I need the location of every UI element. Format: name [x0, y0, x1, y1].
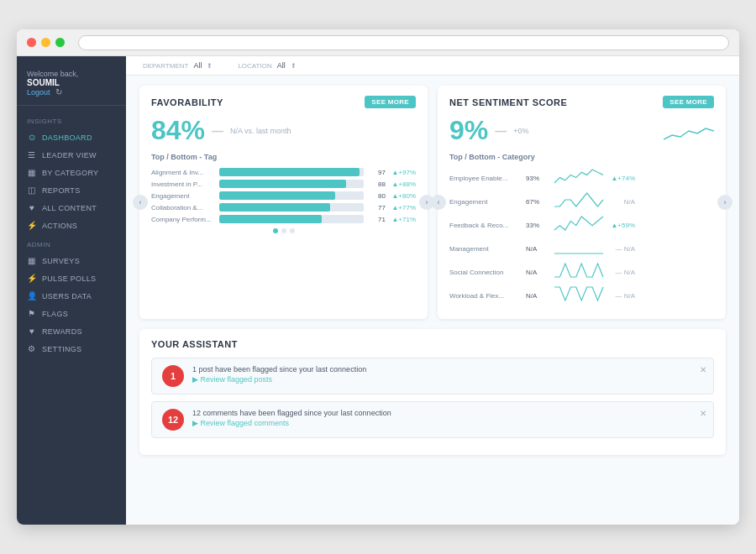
location-filter[interactable]: LOCATION All ⬆: [238, 61, 296, 70]
bar-trend: ▲+77%: [391, 204, 416, 212]
actions-icon: ⚡: [27, 221, 37, 230]
bar-fill: [219, 168, 360, 176]
browser-chrome: [17, 29, 739, 56]
assistant-content-1: 1 post have been flagged since your last…: [192, 365, 366, 384]
bar-fill: [219, 203, 330, 212]
sidebar-item-leader-view[interactable]: ☰ LEADER VIEW: [17, 146, 126, 164]
cat-trend-na: — N/A: [610, 292, 635, 300]
close-assistant-2[interactable]: ✕: [700, 409, 706, 418]
main-content: DEPARTMENT All ⬆ LOCATION All ⬆ FAVORABI: [126, 56, 739, 525]
review-posts-link[interactable]: ▶ Review flagged posts: [192, 375, 366, 384]
net-sentiment-percent: 9%: [449, 115, 488, 146]
sidebar-item-all-content[interactable]: ♥ ALL CONTENT: [17, 199, 126, 217]
by-category-icon: ▦: [27, 168, 37, 177]
dot-yellow[interactable]: [41, 38, 50, 47]
bar-label: Alignment & Inv...: [151, 169, 214, 176]
cat-label: Feedback & Reco...: [449, 222, 521, 229]
net-sentiment-title: NET SENTIMENT SCORE: [449, 97, 567, 107]
favorability-card: FAVORABILITY SEE MORE 84% — N/A vs. last…: [139, 86, 428, 319]
bar-value: 77: [369, 204, 386, 212]
bar-label: Collaboration &...: [151, 204, 214, 212]
sidebar-pulsepolls-label: PULSE POLLS: [42, 274, 96, 283]
sidebar-item-rewards[interactable]: ♥ REWARDS: [17, 322, 126, 340]
sidebar-item-settings[interactable]: ⚙ SETTINGS: [17, 340, 126, 358]
top-bar: DEPARTMENT All ⬆ LOCATION All ⬆: [126, 56, 739, 76]
cat-row: Social Connection N/A — N/A: [449, 262, 714, 282]
department-arrow: ⬆: [207, 62, 213, 70]
bar-row: Company Perform... 71 ▲+71%: [151, 215, 416, 223]
dot-inactive-1: [281, 228, 286, 233]
sidebar-dashboard-label: DASHBOARD: [42, 133, 92, 142]
bar-row: Collaboration &... 77 ▲+77%: [151, 203, 416, 212]
sidebar-item-surveys[interactable]: ▦ SURVEYS: [17, 252, 126, 269]
cat-value: N/A: [526, 245, 549, 253]
dot-red[interactable]: [27, 38, 36, 47]
pulse-polls-icon: ⚡: [27, 274, 37, 283]
sidebar-allcontent-label: ALL CONTENT: [42, 204, 97, 212]
bar-trend: ▲+71%: [391, 216, 416, 223]
net-sentiment-see-more[interactable]: SEE MORE: [663, 96, 714, 108]
net-sentiment-header: NET SENTIMENT SCORE SEE MORE: [449, 96, 714, 108]
welcome-label: Welcome back,: [27, 70, 78, 78]
logout-button[interactable]: Logout: [27, 88, 50, 97]
content-area: FAVORABILITY SEE MORE 84% — N/A vs. last…: [126, 76, 739, 465]
bar-track: [219, 215, 364, 223]
reports-icon: ◫: [27, 186, 37, 195]
cat-label: Social Connection: [449, 269, 521, 276]
dot-active: [273, 228, 278, 233]
cat-label: Workload & Flex...: [449, 292, 521, 300]
cat-value: 67%: [526, 198, 549, 206]
sidebar-item-pulse-polls[interactable]: ⚡ PULSE POLLS: [17, 269, 126, 287]
close-assistant-1[interactable]: ✕: [700, 365, 706, 374]
favorability-see-more[interactable]: SEE MORE: [365, 96, 416, 108]
username: SOUMIL: [27, 78, 116, 87]
rewards-icon: ♥: [27, 327, 37, 336]
cat-value: 33%: [526, 222, 549, 229]
admin-section-label: ADMIN: [17, 234, 126, 252]
favorability-vs-text: N/A vs. last month: [230, 127, 291, 135]
sidebar-item-flags[interactable]: ⚑ FLAGS: [17, 305, 126, 322]
net-sentiment-percent-row: 9% — +0%: [449, 115, 714, 146]
net-sentiment-vs-dash: —: [495, 124, 507, 138]
favorability-percent: 84%: [151, 115, 205, 146]
bar-fill: [219, 191, 335, 200]
assistant-title: YOUR ASSISTANT: [151, 339, 714, 349]
bar-value: 71: [369, 216, 386, 223]
dot-green[interactable]: [55, 38, 65, 47]
sidebar-item-users-data[interactable]: 👤 USERS DATA: [17, 287, 126, 305]
bar-fill: [219, 215, 322, 223]
sidebar-item-by-category[interactable]: ▦ BY CATEGORY: [17, 164, 126, 181]
favorability-title: FAVORABILITY: [151, 97, 223, 107]
cat-label: Engagement: [449, 198, 521, 206]
refresh-icon[interactable]: ↻: [55, 87, 62, 97]
users-data-icon: 👤: [27, 291, 37, 301]
cat-row: Workload & Flex... N/A — N/A: [449, 285, 714, 306]
flags-icon: ⚑: [27, 309, 37, 318]
bar-trend: ▲+80%: [391, 192, 416, 200]
department-filter[interactable]: DEPARTMENT All ⬆: [143, 61, 213, 70]
favorability-dots: [151, 228, 416, 233]
favorability-nav-left[interactable]: ‹: [133, 195, 148, 210]
bar-value: 80: [369, 192, 386, 200]
net-sentiment-nav-left[interactable]: ‹: [431, 195, 446, 210]
sidebar-item-dashboard[interactable]: ⊙ DASHBOARD: [17, 128, 126, 146]
sidebar-flags-label: FLAGS: [42, 310, 68, 318]
net-sentiment-nav-right[interactable]: ›: [717, 195, 732, 210]
sidebar-usersdata-label: USERS DATA: [42, 292, 92, 301]
assistant-item-1: 1 1 post have been flagged since your la…: [151, 358, 714, 395]
review-comments-link[interactable]: ▶ Review flagged comments: [192, 419, 391, 427]
bar-track: [219, 168, 364, 176]
bar-track: [219, 180, 364, 188]
assistant-badge-2: 12: [162, 409, 184, 431]
favorability-bars: Alignment & Inv... 97 ▲+97% Investment i…: [151, 168, 416, 223]
location-value: All: [277, 61, 286, 70]
sidebar-item-actions[interactable]: ⚡ actIONS: [17, 217, 126, 234]
cat-value: 93%: [526, 175, 549, 182]
assistant-text-1: 1 post have been flagged since your last…: [192, 365, 366, 374]
cat-label: Employee Enable...: [449, 175, 521, 182]
bar-trend: ▲+97%: [391, 169, 416, 176]
sidebar-item-reports[interactable]: ◫ REPORTS: [17, 181, 126, 199]
cat-row: Engagement 67% N/A: [449, 191, 714, 212]
bar-value: 88: [369, 180, 386, 188]
address-bar[interactable]: [78, 35, 729, 50]
